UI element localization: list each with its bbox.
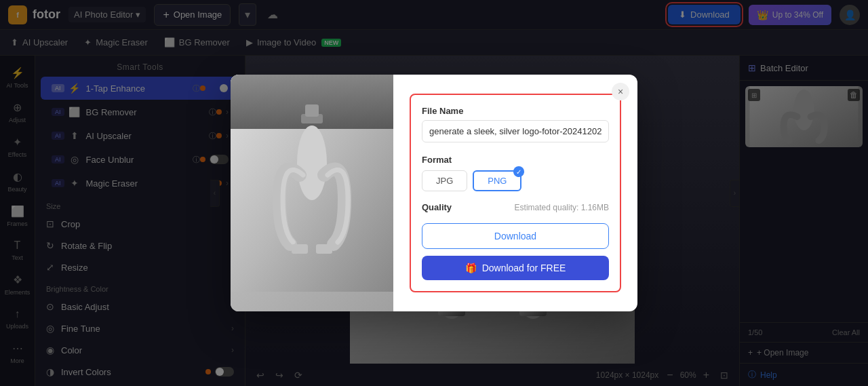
close-icon: × xyxy=(618,86,623,97)
format-buttons: JPG PNG xyxy=(422,170,609,191)
svg-rect-14 xyxy=(292,244,308,254)
download-free-label: Download for FREE xyxy=(482,263,566,273)
quality-estimate: Estimated quality: 1.16MB xyxy=(515,203,609,212)
download-modal: File Name Format JPG PNG Quality Estimat… xyxy=(231,75,637,311)
modal-overlay: File Name Format JPG PNG Quality Estimat… xyxy=(0,0,868,386)
quality-section: Quality Estimated quality: 1.16MB xyxy=(422,202,609,212)
format-png-button[interactable]: PNG xyxy=(473,170,521,191)
file-name-input[interactable] xyxy=(422,120,609,142)
modal-content: File Name Format JPG PNG Quality Estimat… xyxy=(393,75,637,311)
svg-point-13 xyxy=(297,126,327,200)
format-section: Format JPG PNG xyxy=(422,155,609,191)
modal-border: File Name Format JPG PNG Quality Estimat… xyxy=(410,94,621,292)
modal-preview-image xyxy=(231,75,393,311)
gift-icon: 🎁 xyxy=(465,263,477,273)
quality-label: Quality xyxy=(422,202,452,212)
file-name-label: File Name xyxy=(422,106,609,116)
format-jpg-button[interactable]: JPG xyxy=(422,170,467,191)
modal-download-button[interactable]: Download xyxy=(422,223,609,249)
svg-rect-15 xyxy=(316,244,332,254)
format-label: Format xyxy=(422,155,609,165)
modal-close-button[interactable]: × xyxy=(612,83,629,100)
modal-download-free-button[interactable]: 🎁 Download for FREE xyxy=(422,256,609,280)
svg-rect-17 xyxy=(305,104,319,117)
